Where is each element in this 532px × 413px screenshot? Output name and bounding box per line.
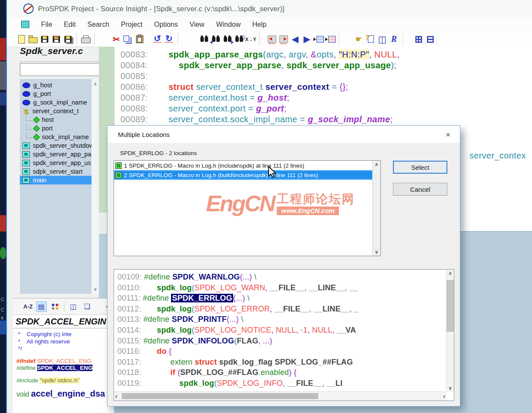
symbol-item-spdk-server-app-parse[interactable]: spdk_server_app_pa xyxy=(20,150,99,159)
copy-button[interactable] xyxy=(122,33,134,45)
symbol-label: spdk_server_app_pa xyxy=(33,151,91,158)
goto-prev-doc-button[interactable] xyxy=(324,33,336,45)
browse-button[interactable]: ☛ xyxy=(353,33,365,45)
function-icon xyxy=(22,177,30,184)
code-token: , xyxy=(309,305,314,313)
toolbar-separator xyxy=(94,33,95,45)
code-token: #define xyxy=(144,273,172,281)
locations-scrollbar[interactable]: ∧ ∨ xyxy=(372,161,380,256)
symbol-list-scrollbar[interactable]: ∧ ∨ xyxy=(92,79,99,294)
code-token: ; xyxy=(287,93,289,102)
save-confirm-button[interactable]: ? xyxy=(51,33,62,45)
code-line: 00089: server_context.sock_impl_name = g… xyxy=(120,114,532,125)
context-help-button[interactable]: ? xyxy=(365,33,377,45)
scrollbar-thumb[interactable] xyxy=(122,393,318,399)
jump-link-back-button[interactable] xyxy=(266,33,278,45)
code-line: 00116: do { xyxy=(117,346,445,357)
find-previous-button[interactable] xyxy=(210,33,222,45)
toolbar-separator xyxy=(402,33,403,45)
scroll-up-icon[interactable]: ∧ xyxy=(446,270,454,276)
symbol-label: server_context_t xyxy=(32,108,79,114)
find-in-files-button[interactable] xyxy=(233,33,245,45)
menu-project[interactable]: Project xyxy=(121,21,142,29)
undo-button[interactable]: ↺ xyxy=(152,33,163,45)
find-button[interactable] xyxy=(198,33,210,45)
save-button[interactable] xyxy=(39,33,51,45)
open-file-button[interactable] xyxy=(27,33,39,45)
title-bar: ProSPDK Project - Source Insight - [Spdk… xyxy=(7,0,532,17)
symbol-item-sdpk-server-start[interactable]: sdpk_server_start xyxy=(20,167,99,176)
symbol-item-host[interactable]: host xyxy=(20,115,99,124)
scroll-down-icon[interactable]: ∨ xyxy=(92,285,99,293)
select-button[interactable]: Select xyxy=(393,161,447,174)
code-token: { xyxy=(167,347,171,356)
menu-view[interactable]: View xyxy=(190,21,204,29)
window-grid-button[interactable]: ⊞ xyxy=(413,33,424,45)
menu-help[interactable]: Help xyxy=(252,21,266,29)
code-line: 00085: xyxy=(120,71,532,82)
jump-link-forward-button[interactable] xyxy=(278,33,289,45)
go-back-button[interactable]: ◀ xyxy=(289,33,301,45)
code-token: 00115: xyxy=(117,337,143,345)
symbol-filter-input[interactable] xyxy=(20,63,101,76)
code-token: \ xyxy=(239,315,243,324)
save-confirm-icon: ? xyxy=(53,36,60,43)
paste-button[interactable] xyxy=(134,33,146,45)
symbol-item-port[interactable]: port xyxy=(20,124,99,133)
macro-button[interactable]: R xyxy=(388,33,400,45)
code-token: spdk_app_parse_args xyxy=(168,50,263,59)
preview-horizontal-scrollbar[interactable]: ‹ › xyxy=(114,391,446,400)
code-token: ) { xyxy=(289,368,297,377)
symbol-item-main[interactable]: main xyxy=(20,176,92,184)
split-icon: ⊟ xyxy=(426,34,434,45)
symbol-item-server-context-t[interactable]: Sserver_context_t xyxy=(20,107,99,115)
location-row-2[interactable]: 2 SPDK_ERRLOG - Macro in Log.h (build\in… xyxy=(114,170,380,180)
scroll-up-icon[interactable]: ∧ xyxy=(92,80,99,88)
code-token: * All rights reserve xyxy=(16,338,70,345)
dialog-title-bar[interactable]: Multiple Locations × xyxy=(108,126,460,143)
code-token: do xyxy=(157,347,166,356)
new-file-button[interactable] xyxy=(16,33,27,45)
print-button[interactable] xyxy=(80,33,92,45)
menu-options[interactable]: Options xyxy=(154,21,178,29)
menu-search[interactable]: Search xyxy=(87,21,109,29)
symbol-item-g-port[interactable]: g_port xyxy=(20,89,99,98)
scrollbar-thumb[interactable] xyxy=(446,280,454,332)
window-split-button[interactable]: ⊟ xyxy=(424,33,436,45)
symbol-item-spdk-server-app-usage[interactable]: spdk_server_app_us xyxy=(20,159,99,167)
menu-window[interactable]: Window xyxy=(216,21,241,29)
cut-button[interactable]: ✂ xyxy=(111,33,122,45)
location-row-1[interactable]: 1 SPDK_ERRLOG - Macro in Log.h (include\… xyxy=(114,161,380,170)
menu-edit[interactable]: Edit xyxy=(64,21,76,29)
export-button[interactable]: ❏ xyxy=(82,302,92,312)
symbol-item-g-host[interactable]: g_host xyxy=(20,81,99,89)
save-all-button[interactable] xyxy=(62,33,74,45)
goto-next-doc-button[interactable] xyxy=(313,33,324,45)
list-view-button[interactable]: ▤ xyxy=(36,302,47,312)
scroll-down-icon[interactable]: ∨ xyxy=(373,249,380,255)
preview-vertical-scrollbar[interactable]: ∧ ∨ xyxy=(446,270,454,392)
group-view-button[interactable] xyxy=(50,302,60,312)
redo-button[interactable]: ↻ xyxy=(163,33,175,45)
screen: F C C a ProSPDK Project - Source Insight… xyxy=(0,0,532,413)
symbol-item-sock-impl-name[interactable]: sock_impl_name xyxy=(20,133,99,141)
menu-file[interactable]: File xyxy=(41,21,52,29)
scroll-up-icon[interactable]: ∧ xyxy=(373,162,380,167)
close-icon[interactable]: × xyxy=(446,130,450,139)
symbol-item-g-sock-impl-name[interactable]: g_sock_impl_name xyxy=(20,98,99,107)
find-next-button[interactable] xyxy=(222,33,233,45)
save-icon xyxy=(41,36,48,43)
scroll-down-icon[interactable]: ∨ xyxy=(446,385,454,391)
scroll-left-icon[interactable]: ‹ xyxy=(115,393,117,400)
macro-location-icon xyxy=(115,162,122,169)
replace-button[interactable]: X→Y xyxy=(245,33,256,45)
scroll-right-icon[interactable]: › xyxy=(443,393,445,400)
symbol-item-spdk-server-shutdown[interactable]: spdk_server_shutdow xyxy=(20,141,99,150)
go-forward-button[interactable]: ▶ xyxy=(301,33,313,45)
browse-docs-button[interactable]: ◫ xyxy=(68,302,79,312)
multiple-locations-dialog: Multiple Locations × SPDK_ERRLOG - 2 loc… xyxy=(107,125,460,407)
symbol-label: g_host xyxy=(33,82,52,89)
help-book-button[interactable]: ◫ xyxy=(377,33,388,45)
sort-alpha-button[interactable]: A-Z xyxy=(23,303,33,310)
cancel-button[interactable]: Cancel xyxy=(393,183,447,196)
